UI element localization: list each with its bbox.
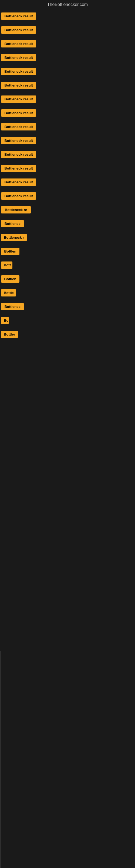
bottleneck-result-button-5[interactable]: Bottleneck result	[1, 68, 36, 75]
bottleneck-result-button-17[interactable]: Bottleneck r	[1, 234, 27, 241]
button-row-15: Bottleneck re	[0, 203, 135, 217]
button-row-4: Bottleneck result	[0, 51, 135, 65]
button-row-9: Bottleneck result	[0, 120, 135, 134]
bottleneck-result-button-24[interactable]: Bottler	[1, 331, 18, 338]
button-row-1: Bottleneck result	[0, 9, 135, 23]
bottleneck-result-button-10[interactable]: Bottleneck result	[1, 137, 36, 144]
button-row-6: Bottleneck result	[0, 79, 135, 92]
bottleneck-result-button-11[interactable]: Bottleneck result	[1, 151, 36, 158]
site-title: TheBottlenecker.com	[0, 0, 135, 9]
button-row-10: Bottleneck result	[0, 134, 135, 148]
bottleneck-result-button-7[interactable]: Bottleneck result	[1, 95, 36, 103]
site-title-text: TheBottlenecker.com	[47, 2, 88, 7]
bottleneck-result-button-8[interactable]: Bottleneck result	[1, 109, 36, 117]
bottleneck-result-button-13[interactable]: Bottleneck result	[1, 179, 36, 186]
bottleneck-result-button-23[interactable]: Bo	[1, 317, 9, 324]
bottleneck-result-button-2[interactable]: Bottleneck result	[1, 26, 36, 34]
bottleneck-result-button-6[interactable]: Bottleneck result	[1, 82, 36, 89]
bottleneck-result-button-3[interactable]: Bottleneck result	[1, 40, 36, 48]
button-row-17: Bottleneck r	[0, 230, 135, 244]
bottleneck-result-button-22[interactable]: Bottlenec	[1, 303, 24, 310]
bottleneck-result-button-20[interactable]: Bottlen	[1, 275, 19, 283]
button-row-5: Bottleneck result	[0, 65, 135, 79]
button-row-11: Bottleneck result	[0, 148, 135, 161]
button-row-19: Bott	[0, 258, 135, 272]
bottleneck-result-button-18[interactable]: Bottlen	[1, 248, 19, 255]
bottleneck-result-button-9[interactable]: Bottleneck result	[1, 123, 36, 130]
button-row-16: Bottlenec	[0, 217, 135, 230]
bottleneck-result-button-21[interactable]: Bottle	[1, 289, 16, 297]
bottleneck-result-button-12[interactable]: Bottleneck result	[1, 165, 36, 172]
buttons-container: Bottleneck resultBottleneck resultBottle…	[0, 9, 135, 341]
button-row-23: Bo	[0, 314, 135, 328]
button-row-3: Bottleneck result	[0, 37, 135, 51]
button-row-24: Bottler	[0, 328, 135, 341]
button-row-7: Bottleneck result	[0, 92, 135, 106]
button-row-8: Bottleneck result	[0, 106, 135, 120]
bottleneck-result-button-4[interactable]: Bottleneck result	[1, 54, 36, 61]
bottleneck-result-button-15[interactable]: Bottleneck re	[1, 206, 31, 214]
button-row-22: Bottlenec	[0, 300, 135, 314]
bottleneck-result-button-14[interactable]: Bottleneck result	[1, 192, 36, 199]
button-row-21: Bottle	[0, 286, 135, 300]
bottleneck-result-button-19[interactable]: Bott	[1, 261, 12, 269]
button-row-20: Bottlen	[0, 272, 135, 286]
button-row-2: Bottleneck result	[0, 23, 135, 37]
bottleneck-result-button-16[interactable]: Bottlenec	[1, 220, 24, 227]
button-row-18: Bottlen	[0, 244, 135, 258]
button-row-12: Bottleneck result	[0, 161, 135, 175]
button-row-14: Bottleneck result	[0, 189, 135, 203]
bottleneck-result-button-1[interactable]: Bottleneck result	[1, 12, 36, 20]
button-row-13: Bottleneck result	[0, 175, 135, 189]
